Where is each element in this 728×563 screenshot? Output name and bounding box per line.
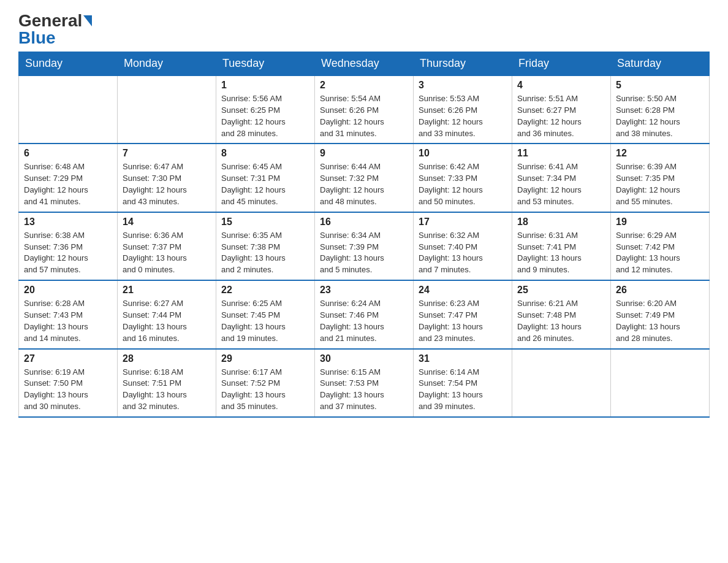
day-number: 28 [123,353,211,364]
page-header: General Blue [18,12,710,47]
calendar-cell: 20Sunrise: 6:28 AM Sunset: 7:43 PM Dayli… [19,280,118,348]
day-number: 1 [221,80,309,91]
weekday-header-sunday: Sunday [19,52,118,76]
day-info: Sunrise: 6:31 AM Sunset: 7:41 PM Dayligh… [517,230,605,276]
calendar-cell: 25Sunrise: 6:21 AM Sunset: 7:48 PM Dayli… [512,280,611,348]
day-info: Sunrise: 6:15 AM Sunset: 7:53 PM Dayligh… [320,367,408,413]
calendar-cell: 6Sunrise: 6:48 AM Sunset: 7:29 PM Daylig… [19,144,118,212]
day-info: Sunrise: 6:36 AM Sunset: 7:37 PM Dayligh… [123,230,211,276]
day-number: 23 [320,285,408,296]
day-number: 12 [616,148,704,159]
day-number: 6 [24,148,112,159]
day-info: Sunrise: 6:38 AM Sunset: 7:36 PM Dayligh… [24,230,112,276]
calendar-cell: 23Sunrise: 6:24 AM Sunset: 7:46 PM Dayli… [315,280,414,348]
calendar-cell: 18Sunrise: 6:31 AM Sunset: 7:41 PM Dayli… [512,212,611,280]
day-number: 20 [24,285,112,296]
calendar-cell: 30Sunrise: 6:15 AM Sunset: 7:53 PM Dayli… [315,349,414,417]
day-number: 8 [221,148,309,159]
day-info: Sunrise: 6:32 AM Sunset: 7:40 PM Dayligh… [419,230,507,276]
calendar-cell [611,349,710,417]
day-number: 17 [419,216,507,228]
day-info: Sunrise: 6:41 AM Sunset: 7:34 PM Dayligh… [517,161,605,207]
calendar-cell: 12Sunrise: 6:39 AM Sunset: 7:35 PM Dayli… [611,144,710,212]
day-info: Sunrise: 6:21 AM Sunset: 7:48 PM Dayligh… [517,298,605,344]
day-info: Sunrise: 6:27 AM Sunset: 7:44 PM Dayligh… [123,298,211,344]
calendar-week-row: 20Sunrise: 6:28 AM Sunset: 7:43 PM Dayli… [19,280,710,348]
logo-arrow-icon [83,15,92,26]
day-info: Sunrise: 6:45 AM Sunset: 7:31 PM Dayligh… [221,161,309,207]
day-info: Sunrise: 6:23 AM Sunset: 7:47 PM Dayligh… [419,298,507,344]
day-info: Sunrise: 6:24 AM Sunset: 7:46 PM Dayligh… [320,298,408,344]
weekday-header-monday: Monday [118,52,216,76]
day-info: Sunrise: 6:19 AM Sunset: 7:50 PM Dayligh… [24,367,112,413]
calendar-cell: 27Sunrise: 6:19 AM Sunset: 7:50 PM Dayli… [19,349,118,417]
calendar-cell: 11Sunrise: 6:41 AM Sunset: 7:34 PM Dayli… [512,144,611,212]
day-number: 26 [616,285,704,296]
day-info: Sunrise: 6:47 AM Sunset: 7:30 PM Dayligh… [123,161,211,207]
day-info: Sunrise: 6:25 AM Sunset: 7:45 PM Dayligh… [221,298,309,344]
day-number: 2 [320,80,408,91]
calendar-cell: 15Sunrise: 6:35 AM Sunset: 7:38 PM Dayli… [216,212,315,280]
calendar-cell: 24Sunrise: 6:23 AM Sunset: 7:47 PM Dayli… [414,280,512,348]
calendar-cell: 28Sunrise: 6:18 AM Sunset: 7:51 PM Dayli… [118,349,216,417]
day-info: Sunrise: 6:34 AM Sunset: 7:39 PM Dayligh… [320,230,408,276]
calendar-cell: 9Sunrise: 6:44 AM Sunset: 7:32 PM Daylig… [315,144,414,212]
calendar-cell: 17Sunrise: 6:32 AM Sunset: 7:40 PM Dayli… [414,212,512,280]
day-number: 18 [517,216,605,228]
day-info: Sunrise: 5:54 AM Sunset: 6:26 PM Dayligh… [320,93,408,139]
weekday-header-saturday: Saturday [611,52,710,76]
calendar-cell: 7Sunrise: 6:47 AM Sunset: 7:30 PM Daylig… [118,144,216,212]
day-number: 21 [123,285,211,296]
calendar-header-row: SundayMondayTuesdayWednesdayThursdayFrid… [19,52,710,76]
day-number: 22 [221,285,309,296]
day-number: 7 [123,148,211,159]
day-number: 19 [616,216,704,228]
calendar-cell: 1Sunrise: 5:56 AM Sunset: 6:25 PM Daylig… [216,75,315,144]
day-number: 5 [616,80,704,91]
day-info: Sunrise: 6:35 AM Sunset: 7:38 PM Dayligh… [221,230,309,276]
weekday-header-wednesday: Wednesday [315,52,414,76]
day-info: Sunrise: 6:17 AM Sunset: 7:52 PM Dayligh… [221,367,309,413]
day-number: 13 [24,216,112,228]
calendar-cell [19,75,118,144]
calendar-cell: 3Sunrise: 5:53 AM Sunset: 6:26 PM Daylig… [414,75,512,144]
day-number: 14 [123,216,211,228]
day-number: 24 [419,285,507,296]
calendar-cell [512,349,611,417]
calendar-week-row: 13Sunrise: 6:38 AM Sunset: 7:36 PM Dayli… [19,212,710,280]
calendar-week-row: 6Sunrise: 6:48 AM Sunset: 7:29 PM Daylig… [19,144,710,212]
day-number: 3 [419,80,507,91]
day-number: 16 [320,216,408,228]
logo: General Blue [18,12,92,47]
day-info: Sunrise: 6:39 AM Sunset: 7:35 PM Dayligh… [616,161,704,207]
day-info: Sunrise: 5:51 AM Sunset: 6:27 PM Dayligh… [517,93,605,139]
day-number: 9 [320,148,408,159]
weekday-header-thursday: Thursday [414,52,512,76]
calendar-week-row: 27Sunrise: 6:19 AM Sunset: 7:50 PM Dayli… [19,349,710,417]
calendar-cell: 19Sunrise: 6:29 AM Sunset: 7:42 PM Dayli… [611,212,710,280]
day-info: Sunrise: 6:44 AM Sunset: 7:32 PM Dayligh… [320,161,408,207]
weekday-header-friday: Friday [512,52,611,76]
calendar-cell: 29Sunrise: 6:17 AM Sunset: 7:52 PM Dayli… [216,349,315,417]
day-info: Sunrise: 5:56 AM Sunset: 6:25 PM Dayligh… [221,93,309,139]
calendar-cell [118,75,216,144]
calendar-cell: 2Sunrise: 5:54 AM Sunset: 6:26 PM Daylig… [315,75,414,144]
logo-blue: Blue [18,29,92,47]
day-number: 25 [517,285,605,296]
day-number: 29 [221,353,309,364]
calendar-cell: 13Sunrise: 6:38 AM Sunset: 7:36 PM Dayli… [19,212,118,280]
day-info: Sunrise: 6:20 AM Sunset: 7:49 PM Dayligh… [616,298,704,344]
calendar-cell: 26Sunrise: 6:20 AM Sunset: 7:49 PM Dayli… [611,280,710,348]
day-info: Sunrise: 6:18 AM Sunset: 7:51 PM Dayligh… [123,367,211,413]
logo-general: General [18,12,82,29]
day-number: 27 [24,353,112,364]
day-info: Sunrise: 6:14 AM Sunset: 7:54 PM Dayligh… [419,367,507,413]
calendar-cell: 21Sunrise: 6:27 AM Sunset: 7:44 PM Dayli… [118,280,216,348]
day-number: 31 [419,353,507,364]
day-info: Sunrise: 6:29 AM Sunset: 7:42 PM Dayligh… [616,230,704,276]
calendar-week-row: 1Sunrise: 5:56 AM Sunset: 6:25 PM Daylig… [19,75,710,144]
day-number: 10 [419,148,507,159]
calendar-cell: 22Sunrise: 6:25 AM Sunset: 7:45 PM Dayli… [216,280,315,348]
calendar-cell: 31Sunrise: 6:14 AM Sunset: 7:54 PM Dayli… [414,349,512,417]
calendar-cell: 8Sunrise: 6:45 AM Sunset: 7:31 PM Daylig… [216,144,315,212]
